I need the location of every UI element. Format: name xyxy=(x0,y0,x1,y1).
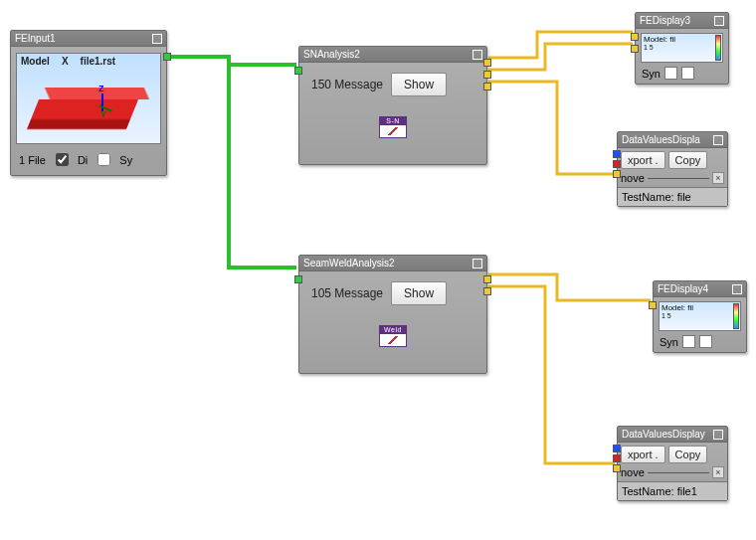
seamweld-titlebar[interactable]: SeamWeldAnalysis2 xyxy=(299,256,486,271)
model-3d-icon xyxy=(27,99,138,129)
x-axis-label: X xyxy=(62,56,69,67)
show-button[interactable]: Show xyxy=(391,281,447,305)
output-port[interactable] xyxy=(163,53,171,61)
mini-sub: 1 5 xyxy=(644,44,720,51)
copy-button[interactable]: Copy xyxy=(668,446,708,463)
fedisplay4-title: FEDisplay4 xyxy=(658,281,708,297)
seamweld-title: SeamWeldAnalysis2 xyxy=(303,256,395,271)
datavalues4-title: DataValuesDisplay4 xyxy=(622,427,705,443)
window-control-icon[interactable] xyxy=(472,259,482,269)
mini-preview[interactable]: Model: fil 1 5 xyxy=(641,33,723,63)
color-scale-icon xyxy=(733,303,739,329)
weld-glyph-icon: Weld xyxy=(379,325,407,347)
syn-check-2[interactable] xyxy=(681,67,694,80)
sn-glyph-icon: S-N xyxy=(379,116,407,138)
input-port[interactable] xyxy=(649,301,657,309)
model-label: Model xyxy=(21,56,50,67)
syn-check-1[interactable] xyxy=(664,67,677,80)
fedisplay4-node[interactable]: FEDisplay4 Model: fil 1 5 Syn xyxy=(653,280,747,353)
color-scale-icon xyxy=(715,35,721,61)
feinput1-node[interactable]: FEInput1 Model X file1.rst Z Y 1 File Di… xyxy=(10,30,167,176)
sy-checkbox[interactable] xyxy=(97,153,110,166)
export-button[interactable]: xport . xyxy=(621,151,665,169)
sn-analysis-title: SNAnalysis2 xyxy=(303,47,360,63)
fedisplay4-titlebar[interactable]: FEDisplay4 xyxy=(654,281,746,297)
syn-check-1[interactable] xyxy=(682,335,695,348)
syn-label: Syn xyxy=(660,336,678,348)
datavalues4-titlebar[interactable]: DataValuesDisplay4 xyxy=(618,427,727,443)
input-port[interactable] xyxy=(294,67,302,75)
input-port-2[interactable] xyxy=(613,454,621,462)
message-count: 105 Message xyxy=(311,286,383,300)
model-preview[interactable]: Model X file1.rst Z Y xyxy=(16,53,161,144)
sy-label: Sy xyxy=(119,154,132,166)
datavalues3-title: DataValuesDispla xyxy=(622,132,700,148)
window-control-icon[interactable] xyxy=(472,50,482,60)
message-count: 150 Message xyxy=(311,78,383,91)
close-icon[interactable]: × xyxy=(712,172,724,184)
datavalues4-node[interactable]: DataValuesDisplay4 xport . Copy nove × T… xyxy=(617,426,728,501)
output-port-3[interactable] xyxy=(483,83,491,90)
filename-label: file1.rst xyxy=(81,56,116,67)
file-count: 1 File xyxy=(19,154,46,166)
window-control-icon[interactable] xyxy=(714,16,724,26)
seamweld-node[interactable]: SeamWeldAnalysis2 105 Message Show Weld xyxy=(298,255,487,374)
feinput1-title: FEInput1 xyxy=(15,31,56,47)
value-field[interactable] xyxy=(648,178,709,179)
mini-sub: 1 5 xyxy=(662,312,738,319)
output-port-1[interactable] xyxy=(483,275,491,283)
close-icon[interactable]: × xyxy=(712,466,724,478)
output-port-2[interactable] xyxy=(483,71,491,79)
input-port[interactable] xyxy=(294,275,302,283)
sn-analysis-node[interactable]: SNAnalysis2 150 Message Show S-N xyxy=(298,46,487,165)
mini-caption: Model: fil xyxy=(644,35,720,44)
di-label: Di xyxy=(78,154,88,166)
test-name: TestName: file xyxy=(618,187,727,206)
fedisplay3-title: FEDisplay3 xyxy=(640,13,690,29)
fedisplay3-node[interactable]: FEDisplay3 Model: fil 1 5 Syn xyxy=(635,12,729,85)
input-port-1[interactable] xyxy=(613,445,621,452)
di-checkbox[interactable] xyxy=(56,153,69,166)
move-label: nove xyxy=(621,172,645,184)
window-control-icon[interactable] xyxy=(713,135,723,145)
input-port-3[interactable] xyxy=(613,464,621,472)
feinput1-titlebar[interactable]: FEInput1 xyxy=(11,31,166,47)
input-port-3[interactable] xyxy=(613,170,621,178)
output-port-2[interactable] xyxy=(483,287,491,295)
window-control-icon[interactable] xyxy=(713,430,723,440)
syn-label: Syn xyxy=(642,68,661,80)
fedisplay3-titlebar[interactable]: FEDisplay3 xyxy=(636,13,728,29)
move-label: nove xyxy=(621,466,645,478)
mini-caption: Model: fil xyxy=(662,303,738,312)
copy-button[interactable]: Copy xyxy=(668,151,708,169)
test-name: TestName: file1 xyxy=(618,481,727,500)
input-port-2[interactable] xyxy=(613,160,621,168)
value-field[interactable] xyxy=(648,472,709,473)
show-button[interactable]: Show xyxy=(391,73,447,96)
datavalues3-node[interactable]: DataValuesDispla xport . Copy nove × Tes… xyxy=(617,131,728,207)
window-control-icon[interactable] xyxy=(732,284,742,294)
datavalues3-titlebar[interactable]: DataValuesDispla xyxy=(618,132,727,148)
output-port-1[interactable] xyxy=(483,59,491,67)
input-port-1[interactable] xyxy=(613,150,621,158)
sn-analysis-titlebar[interactable]: SNAnalysis2 xyxy=(299,47,486,63)
input-port-1[interactable] xyxy=(631,33,639,41)
syn-check-2[interactable] xyxy=(699,335,712,348)
input-port-2[interactable] xyxy=(631,45,639,53)
export-button[interactable]: xport . xyxy=(621,446,665,463)
mini-preview[interactable]: Model: fil 1 5 xyxy=(659,301,741,331)
window-control-icon[interactable] xyxy=(152,34,162,44)
